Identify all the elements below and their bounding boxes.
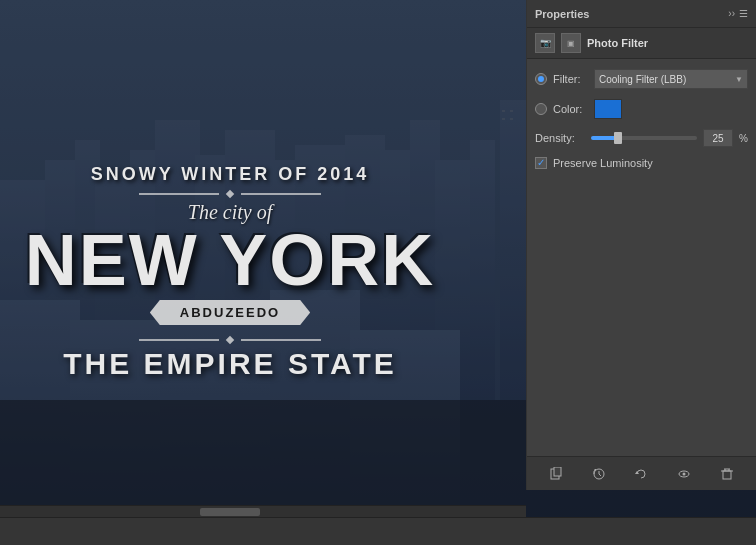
panel-subheader: 📷 ▣ Photo Filter [527, 28, 756, 59]
density-row: Density: 25 % [535, 129, 748, 147]
trash-icon [720, 467, 734, 481]
history-button[interactable] [588, 463, 610, 485]
density-slider-track[interactable] [591, 136, 697, 140]
panel-toolbar [527, 456, 756, 490]
filter-label: Filter: [553, 73, 588, 85]
svg-rect-41 [554, 467, 561, 476]
preserve-luminosity-label: Preserve Luminosity [553, 157, 653, 169]
decorative-line-top [139, 191, 321, 197]
empire-state-text: THE EMPIRE STATE [63, 347, 397, 381]
abduzeedo-ribbon: ABDUZEEDO [150, 300, 310, 325]
eye-icon [677, 467, 691, 481]
undo-button[interactable] [630, 463, 652, 485]
density-slider-thumb[interactable] [614, 132, 622, 144]
deco-line-left-2 [139, 339, 219, 341]
color-row: Color: [535, 99, 748, 119]
scrollbar-thumb[interactable] [200, 508, 260, 516]
main-content-area: SNOWY WINTER OF 2014 The city of NEW YOR… [0, 0, 460, 545]
snowy-winter-text: SNOWY WINTER OF 2014 [91, 164, 370, 185]
panel-menu-icon[interactable]: ☰ [739, 8, 748, 19]
bottom-scrollbar[interactable] [0, 505, 526, 517]
panel-header: Properties ›› ☰ [527, 0, 756, 28]
visibility-button[interactable] [673, 463, 695, 485]
svg-marker-44 [635, 471, 639, 474]
deco-line-right-2 [241, 339, 321, 341]
layer-icon: ▣ [561, 33, 581, 53]
delete-button[interactable] [716, 463, 738, 485]
svg-point-46 [683, 472, 686, 475]
color-swatch[interactable] [594, 99, 622, 119]
filter-row: Filter: Cooling Filter (LBB) ▼ [535, 69, 748, 89]
svg-rect-47 [723, 471, 731, 479]
density-label: Density: [535, 132, 585, 144]
preserve-luminosity-row: ✓ Preserve Luminosity [535, 157, 748, 169]
deco-diamond [226, 190, 234, 198]
filter-dropdown[interactable]: Cooling Filter (LBB) ▼ [594, 69, 748, 89]
photo-filter-title: Photo Filter [587, 37, 648, 49]
density-value: 25 [713, 133, 724, 144]
new-york-text: NEW YORK [25, 224, 436, 296]
density-value-box[interactable]: 25 [703, 129, 733, 147]
decorative-line-bottom [139, 337, 321, 343]
deco-line-right [241, 193, 321, 195]
filter-radio[interactable] [535, 73, 547, 85]
panel-collapse-icon[interactable]: ›› [728, 8, 735, 19]
filter-value: Cooling Filter (LBB) [599, 74, 686, 85]
color-label: Color: [553, 103, 588, 115]
dropdown-arrow-icon: ▼ [735, 75, 743, 84]
properties-panel: Properties ›› ☰ 📷 ▣ Photo Filter Filter:… [526, 0, 756, 490]
panel-body: Filter: Cooling Filter (LBB) ▼ Color: De… [527, 59, 756, 456]
deco-line-left [139, 193, 219, 195]
new-layer-button[interactable] [545, 463, 567, 485]
density-percent: % [739, 133, 748, 144]
density-slider-container [591, 136, 697, 140]
deco-diamond-2 [226, 336, 234, 344]
new-icon [549, 467, 563, 481]
history-icon [592, 467, 606, 481]
undo-icon [634, 467, 648, 481]
color-radio[interactable] [535, 103, 547, 115]
panel-title: Properties [535, 8, 589, 20]
preserve-checkbox[interactable]: ✓ [535, 157, 547, 169]
bottom-status-bar [0, 517, 756, 545]
checkmark-icon: ✓ [537, 158, 545, 168]
camera-icon: 📷 [535, 33, 555, 53]
